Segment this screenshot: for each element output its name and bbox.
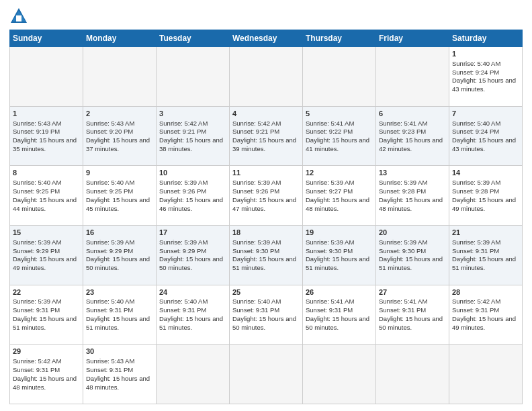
calendar-cell [157, 47, 230, 107]
calendar-cell: 7Sunrise: 5:40 AMSunset: 9:24 PMDaylight… [449, 106, 523, 166]
sunrise: Sunrise: 5:39 AM [232, 179, 281, 186]
sunset: Sunset: 9:22 PM [306, 128, 353, 135]
day-number: 22 [13, 287, 80, 298]
sunset: Sunset: 9:25 PM [13, 187, 60, 195]
calendar-cell: 11Sunrise: 5:39 AMSunset: 9:26 PMDayligh… [230, 166, 303, 226]
day-number: 20 [379, 228, 446, 238]
sunset: Sunset: 9:21 PM [159, 128, 206, 135]
calendar-cell: 9Sunrise: 5:40 AMSunset: 9:25 PMDaylight… [83, 166, 157, 226]
daylight: Daylight: 15 hours and 51 minutes. [306, 255, 369, 271]
sunset: Sunset: 9:31 PM [379, 306, 426, 314]
day-number: 21 [452, 228, 519, 238]
logo-icon [9, 7, 28, 26]
sunset: Sunset: 9:31 PM [159, 306, 206, 314]
sunset: Sunset: 9:24 PM [452, 128, 499, 135]
daylight: Daylight: 15 hours and 50 minutes. [306, 315, 369, 331]
day-number: 26 [306, 287, 373, 298]
day-number: 28 [452, 287, 519, 298]
sunrise: Sunrise: 5:41 AM [379, 120, 427, 127]
daylight: Daylight: 15 hours and 41 minutes. [306, 136, 369, 152]
daylight: Daylight: 15 hours and 50 minutes. [86, 255, 150, 271]
calendar-cell: 3Sunrise: 5:42 AMSunset: 9:21 PMDaylight… [157, 106, 230, 166]
calendar-cell: 2Sunrise: 5:43 AMSunset: 9:20 PMDaylight… [83, 106, 157, 166]
calendar-cell: 17Sunrise: 5:39 AMSunset: 9:29 PMDayligh… [157, 225, 230, 285]
daylight: Daylight: 15 hours and 48 minutes. [86, 375, 150, 391]
sunrise: Sunrise: 5:43 AM [13, 120, 61, 127]
sunrise: Sunrise: 5:39 AM [379, 179, 427, 186]
calendar-table: SundayMondayTuesdayWednesdayThursdayFrid… [9, 30, 523, 404]
sunrise: Sunrise: 5:39 AM [159, 179, 208, 186]
daylight: Daylight: 15 hours and 42 minutes. [379, 136, 443, 152]
calendar-cell [10, 47, 83, 107]
sunset: Sunset: 9:31 PM [86, 366, 133, 373]
sunrise: Sunrise: 5:41 AM [306, 120, 354, 127]
day-number: 19 [306, 228, 373, 238]
sunset: Sunset: 9:19 PM [13, 128, 60, 135]
daylight: Daylight: 15 hours and 51 minutes. [13, 315, 77, 331]
sunrise: Sunrise: 5:40 AM [86, 298, 134, 305]
day-number: 27 [379, 287, 446, 298]
sunrise: Sunrise: 5:42 AM [13, 357, 61, 365]
day-number: 24 [159, 287, 226, 298]
sunset: Sunset: 9:29 PM [159, 247, 206, 255]
calendar-cell: 21Sunrise: 5:39 AMSunset: 9:31 PMDayligh… [449, 225, 523, 285]
sunset: Sunset: 9:30 PM [232, 247, 279, 255]
sunset: Sunset: 9:31 PM [13, 366, 60, 373]
sunset: Sunset: 9:20 PM [86, 128, 133, 135]
calendar-header-row: SundayMondayTuesdayWednesdayThursdayFrid… [10, 30, 523, 47]
calendar-week-4: 15Sunrise: 5:39 AMSunset: 9:29 PMDayligh… [10, 225, 523, 285]
calendar-cell: 1Sunrise: 5:43 AMSunset: 9:19 PMDaylight… [10, 106, 83, 166]
svg-rect-2 [16, 15, 21, 21]
day-number: 29 [13, 347, 80, 357]
day-number: 10 [159, 168, 226, 178]
sunrise: Sunrise: 5:39 AM [232, 238, 281, 246]
calendar-cell [230, 47, 303, 107]
day-number: 15 [13, 228, 80, 238]
day-number: 17 [159, 228, 226, 238]
daylight: Daylight: 15 hours and 50 minutes. [379, 315, 443, 331]
day-number: 9 [86, 168, 153, 178]
sunrise: Sunrise: 5:41 AM [306, 298, 354, 305]
sunset: Sunset: 9:30 PM [306, 247, 353, 255]
calendar-cell: 28Sunrise: 5:42 AMSunset: 9:31 PMDayligh… [449, 285, 523, 345]
calendar-cell: 22Sunrise: 5:39 AMSunset: 9:31 PMDayligh… [10, 285, 83, 345]
sunset: Sunset: 9:29 PM [13, 247, 60, 255]
calendar-cell: 15Sunrise: 5:39 AMSunset: 9:29 PMDayligh… [10, 225, 83, 285]
calendar-week-5: 22Sunrise: 5:39 AMSunset: 9:31 PMDayligh… [10, 285, 523, 345]
daylight: Daylight: 15 hours and 46 minutes. [159, 196, 223, 212]
sunrise: Sunrise: 5:40 AM [452, 120, 500, 127]
calendar-cell: 25Sunrise: 5:40 AMSunset: 9:31 PMDayligh… [230, 285, 303, 345]
calendar-cell [303, 47, 376, 107]
calendar-cell: 4Sunrise: 5:42 AMSunset: 9:21 PMDaylight… [230, 106, 303, 166]
sunrise: Sunrise: 5:39 AM [306, 238, 354, 246]
calendar-cell: 23Sunrise: 5:40 AMSunset: 9:31 PMDayligh… [83, 285, 157, 345]
calendar-week-2: 1Sunrise: 5:43 AMSunset: 9:19 PMDaylight… [10, 106, 523, 166]
day-header-tuesday: Tuesday [157, 30, 230, 47]
calendar-cell: 18Sunrise: 5:39 AMSunset: 9:30 PMDayligh… [230, 225, 303, 285]
sunrise: Sunrise: 5:41 AM [379, 298, 427, 305]
sunrise: Sunrise: 5:39 AM [306, 179, 354, 186]
day-number: 5 [306, 109, 373, 119]
daylight: Daylight: 15 hours and 43 minutes. [452, 77, 516, 93]
sunset: Sunset: 9:25 PM [86, 187, 133, 195]
sunset: Sunset: 9:31 PM [452, 247, 499, 255]
sunset: Sunset: 9:31 PM [306, 306, 353, 314]
sunrise: Sunrise: 5:39 AM [13, 298, 61, 305]
sunset: Sunset: 9:31 PM [452, 306, 499, 314]
sunrise: Sunrise: 5:39 AM [379, 238, 427, 246]
daylight: Daylight: 15 hours and 39 minutes. [232, 136, 296, 152]
sunrise: Sunrise: 5:40 AM [13, 179, 61, 186]
sunrise: Sunrise: 5:43 AM [86, 357, 134, 365]
daylight: Daylight: 15 hours and 48 minutes. [13, 375, 77, 391]
daylight: Daylight: 15 hours and 49 minutes. [452, 196, 516, 212]
day-number: 14 [452, 168, 519, 178]
sunrise: Sunrise: 5:43 AM [86, 120, 134, 127]
day-header-monday: Monday [83, 30, 157, 47]
calendar-cell: 20Sunrise: 5:39 AMSunset: 9:30 PMDayligh… [376, 225, 449, 285]
day-number: 25 [232, 287, 300, 298]
sunrise: Sunrise: 5:42 AM [159, 120, 208, 127]
day-number: 8 [13, 168, 80, 178]
day-number: 1 [452, 49, 519, 59]
daylight: Daylight: 15 hours and 51 minutes. [159, 315, 223, 331]
sunset: Sunset: 9:31 PM [232, 306, 279, 314]
